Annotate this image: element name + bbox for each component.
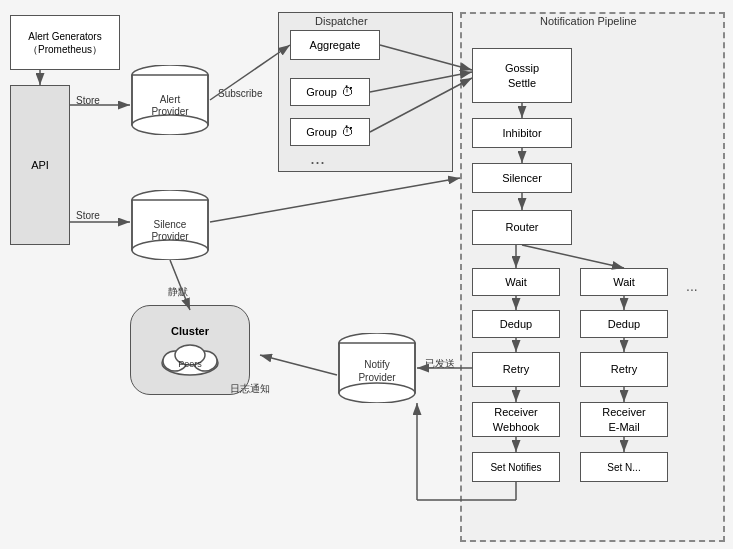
set-notifies1-box: Set Notifies — [472, 452, 560, 482]
store1-label: Store — [76, 95, 100, 106]
retry1-label: Retry — [503, 362, 529, 376]
dedup2-box: Dedup — [580, 310, 668, 338]
svg-point-11 — [132, 240, 208, 260]
alert-provider-svg: Alert Provider — [130, 65, 210, 135]
dedup1-label: Dedup — [500, 317, 532, 331]
inhibitor-label: Inhibitor — [502, 126, 541, 140]
router-box: Router — [472, 210, 572, 245]
diagram: Notification Pipeline Dispatcher Alert G… — [0, 0, 733, 549]
receiver-email-box: ReceiverE-Mail — [580, 402, 668, 437]
receiver-email-label: ReceiverE-Mail — [602, 405, 645, 434]
svg-line-36 — [210, 178, 460, 222]
subscribe-label: Subscribe — [218, 88, 262, 99]
svg-text:Alert: Alert — [160, 94, 181, 105]
svg-text:Peers: Peers — [178, 359, 202, 369]
notification-pipeline-label: Notification Pipeline — [540, 15, 637, 27]
svg-text:Notify: Notify — [364, 359, 390, 370]
retry2-box: Retry — [580, 352, 668, 387]
svg-text:Silence: Silence — [154, 219, 187, 230]
aggregate-box: Aggregate — [290, 30, 380, 60]
alert-generators-label: Alert Generators（Prometheus） — [28, 30, 102, 56]
gossip-settle-box: GossipSettle — [472, 48, 572, 103]
dedup1-box: Dedup — [472, 310, 560, 338]
wait2-label: Wait — [613, 275, 635, 289]
group1-label: Group — [306, 85, 337, 99]
group2-box: Group ⏱ — [290, 118, 370, 146]
pipeline-dots: ... — [686, 278, 698, 294]
store2-label: Store — [76, 210, 100, 221]
svg-point-4 — [132, 115, 208, 135]
api-label: API — [31, 158, 49, 172]
yifasong-label: 已发送 — [425, 357, 455, 371]
api-box: API — [10, 85, 70, 245]
set-notifies1-label: Set Notifies — [490, 461, 541, 474]
jingmo-label: 静默 — [168, 285, 188, 299]
aggregate-label: Aggregate — [310, 38, 361, 52]
silencer-label: Silencer — [502, 171, 542, 185]
svg-point-18 — [339, 383, 415, 403]
receiver-webhook-box: ReceiverWebhook — [472, 402, 560, 437]
retry1-box: Retry — [472, 352, 560, 387]
gossip-settle-label: GossipSettle — [505, 61, 539, 90]
dispatcher-dots: ... — [310, 148, 325, 169]
silence-provider-svg: Silence Provider — [130, 190, 210, 260]
silencer-box: Silencer — [472, 163, 572, 193]
svg-line-51 — [260, 355, 337, 375]
rizhi-label: 日志通知 — [230, 382, 270, 396]
svg-text:Provider: Provider — [151, 106, 189, 117]
group2-label: Group — [306, 125, 337, 139]
group1-box: Group ⏱ — [290, 78, 370, 106]
receiver-webhook-label: ReceiverWebhook — [493, 405, 539, 434]
alert-generators-box: Alert Generators（Prometheus） — [10, 15, 120, 70]
dedup2-label: Dedup — [608, 317, 640, 331]
wait1-box: Wait — [472, 268, 560, 296]
inhibitor-box: Inhibitor — [472, 118, 572, 148]
wait1-label: Wait — [505, 275, 527, 289]
dispatcher-label: Dispatcher — [315, 15, 368, 27]
set-notifies2-box: Set N... — [580, 452, 668, 482]
wait2-box: Wait — [580, 268, 668, 296]
router-label: Router — [505, 220, 538, 234]
retry2-label: Retry — [611, 362, 637, 376]
svg-text:Provider: Provider — [358, 372, 396, 383]
set-notifies2-label: Set N... — [607, 461, 640, 474]
svg-text:Provider: Provider — [151, 231, 189, 242]
cluster-label: Cluster — [171, 324, 209, 338]
notify-provider-svg: Notify Provider — [337, 333, 417, 403]
